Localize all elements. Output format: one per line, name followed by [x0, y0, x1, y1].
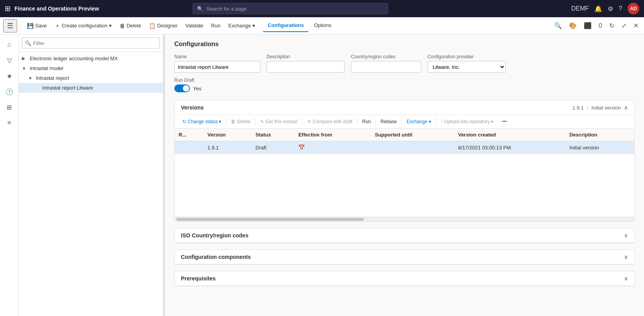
app-title: Finance and Operations Preview	[14, 5, 99, 12]
country-label: Country/region codes	[351, 54, 421, 59]
run-draft-value: Yes	[193, 86, 201, 92]
country-input[interactable]	[351, 61, 421, 73]
table-header-row: R... Version Status Effective from Suppo…	[175, 129, 634, 141]
cell-r	[175, 141, 204, 154]
tree-expander: ▼	[28, 76, 34, 81]
versions-exchange-button[interactable]: Exchange ▾	[403, 117, 434, 126]
scrollbar-thumb[interactable]	[176, 218, 364, 221]
refresh-button[interactable]: ↻	[607, 20, 617, 31]
toolbar: ☰ 💾 Save ＋ Create configuration ▾ 🗑 Dele…	[0, 17, 644, 34]
menu-toggle-button[interactable]: ☰	[3, 19, 17, 32]
tree-content: ▶ Electronic ledger accounting model MX …	[19, 52, 163, 316]
filter-icon: 🔍	[25, 40, 31, 46]
delete-icon: 🗑	[120, 23, 125, 29]
config-components-header[interactable]: Configuration components ∨	[175, 250, 634, 264]
description-input[interactable]	[267, 61, 345, 73]
versions-section-header[interactable]: Versions 1.9.1 | Initial version ∧	[175, 101, 634, 115]
create-config-button[interactable]: ＋ Create configuration ▾	[52, 21, 115, 31]
app-grid-icon[interactable]: ⊞	[5, 4, 11, 13]
tree-item-label: Intrastat model	[30, 65, 160, 71]
nav-options[interactable]: Options	[309, 19, 336, 32]
badge-button[interactable]: 0	[596, 21, 605, 31]
run-draft-row: Run Draft Yes	[174, 77, 635, 92]
sidebar-recent-icon[interactable]: 🕐	[2, 84, 16, 99]
name-input[interactable]	[174, 61, 260, 73]
table-row[interactable]: 1.9.1 Draft 📅 8/17/2021 03:05:13 PM Init…	[175, 141, 634, 154]
calendar-icon[interactable]: 📅	[298, 144, 305, 151]
avatar[interactable]: AD	[628, 3, 639, 14]
delete-button[interactable]: 🗑 Delete	[116, 21, 145, 31]
left-sidebar-icons: ⌂ ▽ ★ 🕐 ⊞ ≡	[0, 34, 19, 316]
iso-section-header[interactable]: ISO Country/region codes ∨	[175, 228, 634, 243]
col-description: Description	[565, 129, 634, 141]
settings-icon[interactable]: ⚙	[608, 5, 613, 13]
more-options-button[interactable]: •••	[499, 117, 510, 126]
tree-item-electronic-ledger[interactable]: ▶ Electronic ledger accounting model MX	[19, 54, 163, 63]
versions-exchange-dropdown-icon: ▾	[429, 119, 431, 124]
col-version: Version	[204, 129, 252, 141]
rebase-button[interactable]: Rebase	[377, 117, 400, 126]
provider-select[interactable]: Litware, Inc. Microsoft	[428, 61, 506, 73]
tree-expander	[34, 86, 41, 90]
nav-configurations[interactable]: Configurations	[263, 19, 308, 32]
compare-with-draft-button[interactable]: ↻ Compare with draft	[304, 117, 355, 126]
save-button[interactable]: 💾 Save	[24, 21, 50, 31]
search-input[interactable]	[206, 6, 384, 12]
exchange-button[interactable]: Exchange ▾	[225, 21, 258, 30]
prerequisites-header[interactable]: Prerequisites ∨	[175, 271, 634, 286]
versions-delete-button[interactable]: 🗑 Delete	[228, 117, 254, 126]
versions-table: R... Version Status Effective from Suppo…	[175, 129, 634, 154]
get-this-version-button[interactable]: ✎ Get this version	[257, 117, 301, 126]
cell-status: Draft	[252, 141, 295, 154]
horizontal-scrollbar[interactable]	[175, 217, 634, 221]
tree-item-intrastat-report[interactable]: ▼ Intrastat report	[19, 73, 163, 83]
sidebar-grid-icon[interactable]: ⊞	[2, 100, 16, 114]
description-label: Description	[267, 54, 345, 59]
versions-collapse-icon[interactable]: ∧	[624, 104, 628, 111]
run-draft-toggle[interactable]	[174, 84, 190, 92]
provider-field: Configuration provider Litware, Inc. Mic…	[428, 54, 506, 73]
popout-button[interactable]: ⤢	[619, 20, 629, 31]
cell-effective-from: 📅	[294, 141, 371, 154]
personalize-button[interactable]: 🎨	[567, 20, 579, 31]
iso-collapse-icon[interactable]: ∨	[624, 232, 628, 239]
versions-run-button[interactable]: Run	[359, 117, 374, 126]
run-button[interactable]: Run	[208, 21, 224, 30]
tree-item-label: Electronic ledger accounting model MX	[30, 56, 160, 61]
versions-section: Versions 1.9.1 | Initial version ∧ ↻ Cha…	[174, 100, 635, 222]
col-effective-from: Effective from	[294, 129, 371, 141]
search-toggle-button[interactable]: 🔍	[552, 20, 564, 31]
help-icon[interactable]: ?	[619, 5, 622, 12]
config-components-collapse-icon[interactable]: ∨	[624, 254, 628, 260]
upload-dropdown-icon: ▾	[491, 119, 493, 124]
designer-icon: 📋	[149, 23, 156, 29]
designer-button[interactable]: 📋 Designer	[146, 21, 181, 31]
tree-item-intrastat-model[interactable]: ▼ Intrastat model	[19, 63, 163, 73]
col-status: Status	[252, 129, 295, 141]
versions-toolbar: ↻ Change status ▾ 🗑 Delete ✎ Get this ve…	[175, 115, 634, 129]
close-button[interactable]: ✕	[631, 20, 641, 31]
open-new-window-button[interactable]: ⬛	[581, 20, 594, 31]
main-layout: ⌂ ▽ ★ 🕐 ⊞ ≡ 🔍 ▶ Electronic ledger accoun…	[0, 34, 644, 316]
sidebar-filter-icon[interactable]: ▽	[2, 53, 16, 67]
upload-into-repository-button[interactable]: ↑ Upload into repository ▾	[438, 117, 497, 126]
versions-title: Versions	[181, 104, 204, 111]
validate-button[interactable]: Validate	[182, 21, 206, 30]
sidebar-list-icon[interactable]: ≡	[2, 116, 16, 130]
tree-panel: 🔍 ▶ Electronic ledger accounting model M…	[19, 34, 163, 316]
notification-icon[interactable]: 🔔	[594, 5, 602, 13]
col-version-created: Version created	[454, 129, 565, 141]
filter-input[interactable]	[22, 38, 160, 48]
tree-item-label: Intrastat report Litware	[42, 85, 160, 91]
change-status-button[interactable]: ↻ Change status ▾	[179, 117, 224, 126]
user-code: DEMF	[571, 5, 589, 12]
prerequisites-collapse-icon[interactable]: ∨	[624, 275, 628, 282]
cell-supported-until	[371, 141, 454, 154]
get-this-version-icon: ✎	[260, 119, 264, 124]
version-badge: 1.9.1	[572, 105, 584, 111]
versions-delete-icon: 🗑	[231, 119, 236, 124]
tree-item-intrastat-report-litware[interactable]: Intrastat report Litware	[19, 83, 163, 93]
sidebar-home-icon[interactable]: ⌂	[2, 38, 16, 52]
sidebar-star-icon[interactable]: ★	[2, 69, 16, 83]
search-box[interactable]: 🔍	[193, 3, 388, 14]
